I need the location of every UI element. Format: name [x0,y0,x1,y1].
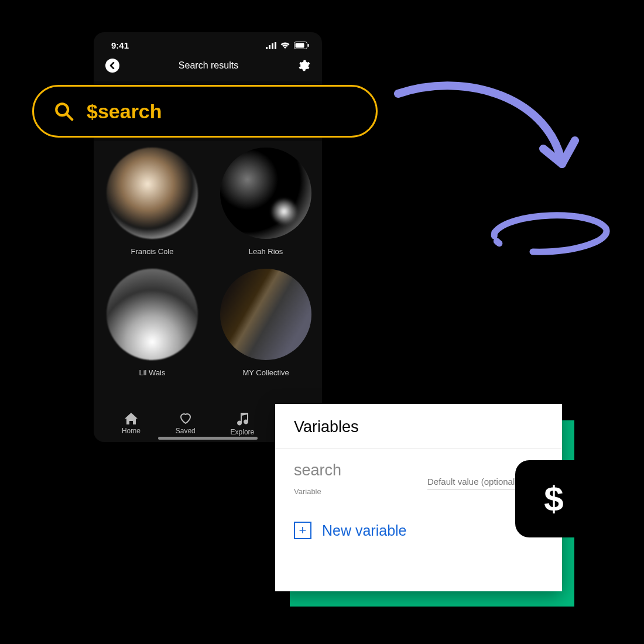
variable-name-col: Variable [294,461,410,496]
new-variable-label: New variable [322,522,407,539]
result-card[interactable]: MY Collective [220,269,311,377]
music-note-icon [237,413,248,426]
search-field-highlight[interactable]: $search [32,85,378,138]
tab-home[interactable]: Home [122,413,141,436]
signal-icon [266,42,276,49]
avatar [107,148,198,239]
result-card[interactable]: Francis Cole [107,148,198,256]
result-name: Lil Wais [107,368,198,377]
svg-line-8 [67,115,73,120]
avatar [220,269,311,360]
settings-icon[interactable] [297,59,310,72]
result-name: Francis Cole [107,247,198,256]
wifi-icon [280,42,290,49]
screen-header: Search results [94,55,322,78]
panel-title: Variables [275,404,562,448]
ellipse-annotation [486,206,615,259]
dollar-variable-tile[interactable]: $ [515,460,592,537]
svg-rect-5 [296,43,304,48]
home-icon [125,413,138,424]
result-card[interactable]: Leah Rios [220,148,311,256]
home-indicator [158,437,258,440]
chevron-left-icon [109,62,116,69]
svg-rect-1 [269,45,270,49]
back-button[interactable] [105,59,119,73]
status-time: 9:41 [111,40,129,50]
dollar-icon: $ [544,479,563,519]
avatar [107,269,198,360]
plus-icon: + [294,522,311,539]
result-card[interactable]: Lil Wais [107,269,198,377]
svg-rect-6 [308,44,309,47]
heart-icon [179,413,192,424]
tab-explore[interactable]: Explore [231,413,255,436]
avatar [220,148,311,239]
svg-point-7 [56,104,68,115]
search-variable-text: $search [87,100,162,123]
results-grid: Francis Cole Leah Rios Lil Wais MY Colle… [94,124,322,377]
tab-label: Saved [176,427,196,435]
page-title: Search results [179,60,238,71]
svg-rect-0 [266,47,268,49]
search-icon [54,101,74,121]
result-name: MY Collective [220,368,311,377]
status-bar: 9:41 [94,32,322,55]
tab-saved[interactable]: Saved [176,413,196,436]
tab-label: Explore [231,428,255,436]
svg-rect-2 [272,43,273,49]
tab-label: Home [122,427,141,435]
variable-name-input[interactable] [294,461,410,480]
svg-rect-3 [275,42,276,49]
variable-field-label: Variable [294,487,410,496]
arrow-annotation [386,76,597,193]
result-name: Leah Rios [220,247,311,256]
battery-icon [294,42,309,49]
status-right [266,42,309,49]
